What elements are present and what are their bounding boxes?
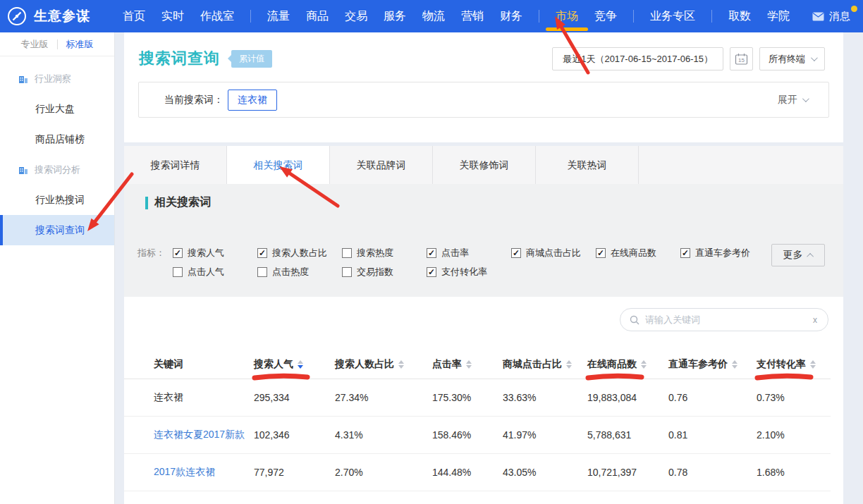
indicator-click-heat[interactable]: 点击热度 bbox=[257, 266, 342, 278]
sort-icon[interactable] bbox=[298, 360, 303, 369]
sort-icon[interactable] bbox=[398, 360, 404, 369]
column-header-mall-click-ratio[interactable]: 商城点击占比 bbox=[503, 358, 587, 371]
indicator-label: 支付转化率 bbox=[441, 266, 487, 278]
keyword-search-input[interactable] bbox=[645, 314, 812, 325]
tab-related-hot-words[interactable]: 关联热词 bbox=[536, 146, 639, 184]
nav-item-service[interactable]: 服务 bbox=[384, 0, 406, 32]
indicator-payment-conversion[interactable]: 支付转化率 bbox=[427, 266, 511, 278]
cell: 10,721,397 bbox=[587, 467, 668, 478]
chevron-up-icon bbox=[807, 252, 814, 259]
tab-related-search-words[interactable]: 相关搜索词 bbox=[227, 146, 330, 184]
indicator-ztc-reference-price[interactable]: 直通车参考价 bbox=[680, 247, 765, 259]
checkbox[interactable] bbox=[342, 248, 352, 258]
nav-divider bbox=[250, 10, 251, 23]
sort-icon[interactable] bbox=[466, 360, 472, 369]
nav-item-marketing[interactable]: 营销 bbox=[461, 0, 484, 32]
calendar-button[interactable]: 15 bbox=[730, 47, 753, 70]
nav-menu: 首页 实时 作战室 流量 商品 交易 服务 物流 营销 财务 市场 竞争 业务专… bbox=[123, 0, 806, 32]
indicator-click-rate[interactable]: 点击率 bbox=[427, 247, 511, 259]
checkbox[interactable] bbox=[427, 248, 436, 258]
sidebar-item-search-word-query[interactable]: 搜索词查询 bbox=[0, 215, 114, 245]
nav-item-market[interactable]: 市场 bbox=[556, 0, 578, 32]
indicator-mall-click-ratio[interactable]: 商城点击占比 bbox=[511, 247, 596, 259]
keyword-cell[interactable]: 连衣裙女夏2017新款 bbox=[154, 429, 254, 441]
current-keyword-tag[interactable]: 连衣裙 bbox=[228, 90, 277, 111]
sort-icon[interactable] bbox=[810, 360, 816, 369]
column-header-payment-conversion[interactable]: 支付转化率 bbox=[757, 358, 831, 371]
checkbox[interactable] bbox=[173, 248, 183, 258]
cumulative-value-badge: 累计值 bbox=[231, 50, 272, 68]
brand-name: 生意参谋 bbox=[34, 7, 90, 25]
nav-item-traffic[interactable]: 流量 bbox=[267, 0, 290, 32]
sort-icon[interactable] bbox=[566, 360, 572, 369]
tab-related-brand-words[interactable]: 关联品牌词 bbox=[330, 146, 433, 184]
nav-item-competition[interactable]: 竞争 bbox=[594, 0, 617, 32]
nav-divider bbox=[633, 10, 634, 23]
nav-item-finance[interactable]: 财务 bbox=[500, 0, 522, 32]
cell: 41.97% bbox=[503, 429, 587, 441]
brand[interactable]: 生意参谋 bbox=[7, 6, 90, 26]
buildings-icon bbox=[18, 165, 28, 175]
checkbox[interactable] bbox=[342, 267, 352, 277]
sidebar-group-label: 行业洞察 bbox=[35, 73, 71, 85]
sidebar-group-search-word-analysis[interactable]: 搜索词分析 bbox=[0, 154, 114, 185]
column-header-click-rate[interactable]: 点击率 bbox=[432, 358, 503, 371]
nav-item-realtime[interactable]: 实时 bbox=[161, 0, 184, 32]
cell: 43.05% bbox=[503, 467, 587, 478]
indicator-trade-index[interactable]: 交易指数 bbox=[342, 266, 427, 278]
indicator-search-heat[interactable]: 搜索热度 bbox=[342, 247, 427, 259]
section-heading: 相关搜索词 bbox=[145, 195, 211, 210]
nav-item-academy[interactable]: 学院 bbox=[767, 0, 790, 32]
keyword-cell: 连衣裙 bbox=[154, 391, 254, 404]
checkbox[interactable] bbox=[511, 248, 521, 258]
checkbox[interactable] bbox=[596, 248, 606, 258]
nav-item-warroom[interactable]: 作战室 bbox=[200, 0, 234, 32]
version-tab-pro[interactable]: 专业版 bbox=[21, 38, 49, 51]
nav-item-logistics[interactable]: 物流 bbox=[422, 0, 445, 32]
version-tab-standard[interactable]: 标准版 bbox=[66, 38, 94, 51]
more-button[interactable]: 更多 bbox=[771, 244, 825, 266]
sidebar-item-industry-dashboard[interactable]: 行业大盘 bbox=[0, 94, 114, 124]
checkbox[interactable] bbox=[257, 267, 267, 277]
column-header-search-popularity[interactable]: 搜索人气 bbox=[254, 358, 335, 371]
nav-item-product[interactable]: 商品 bbox=[306, 0, 329, 32]
sort-icon[interactable] bbox=[641, 360, 647, 369]
date-range-selector[interactable]: 最近1天（2017-06-15~2017-06-15） bbox=[552, 47, 723, 70]
indicator-searcher-ratio[interactable]: 搜索人数占比 bbox=[257, 247, 342, 259]
column-header-online-products[interactable]: 在线商品数 bbox=[587, 358, 668, 371]
page: { "colors": { "navbar_bg": "#2765e4", "a… bbox=[0, 0, 863, 504]
sidebar-group-label: 搜索词分析 bbox=[35, 164, 80, 176]
cell: 0.78 bbox=[668, 467, 757, 478]
checkbox[interactable] bbox=[257, 248, 267, 258]
cell: 175.30% bbox=[432, 392, 503, 403]
nav-item-home[interactable]: 首页 bbox=[123, 0, 145, 32]
messages-button[interactable]: 消息 bbox=[812, 10, 850, 23]
column-header-ztc-reference-price[interactable]: 直通车参考价 bbox=[668, 358, 757, 371]
sidebar-item-product-shop-rank[interactable]: 商品店铺榜 bbox=[0, 124, 114, 154]
column-header-searcher-ratio[interactable]: 搜索人数占比 bbox=[335, 358, 432, 371]
nav-item-data-fetch[interactable]: 取数 bbox=[728, 0, 751, 32]
sort-icon[interactable] bbox=[732, 360, 737, 369]
checkbox[interactable] bbox=[680, 248, 690, 258]
chevron-down-icon bbox=[811, 54, 818, 61]
clear-search-icon[interactable]: x bbox=[812, 315, 819, 325]
current-search-word-label: 当前搜索词： bbox=[164, 94, 224, 106]
sidebar-item-industry-hot-words[interactable]: 行业热搜词 bbox=[0, 185, 114, 215]
sidebar-group-industry-insight[interactable]: 行业洞察 bbox=[0, 63, 114, 94]
checkbox[interactable] bbox=[173, 267, 183, 277]
keyword-cell[interactable]: 2017款连衣裙 bbox=[154, 466, 254, 479]
indicator-click-popularity[interactable]: 点击人气 bbox=[173, 266, 257, 278]
terminal-filter-dropdown[interactable]: 所有终端 bbox=[759, 47, 825, 70]
column-label: 直通车参考价 bbox=[668, 358, 728, 371]
sidebar: 专业版 标准版 行业洞察 行业大盘 商品店铺榜 bbox=[0, 32, 115, 504]
nav-item-trade[interactable]: 交易 bbox=[345, 0, 367, 32]
checkbox[interactable] bbox=[427, 267, 436, 277]
cell: 2.10% bbox=[757, 429, 831, 441]
cell: 144.48% bbox=[432, 467, 503, 478]
nav-item-business-zone[interactable]: 业务专区 bbox=[650, 0, 695, 32]
indicator-online-products[interactable]: 在线商品数 bbox=[596, 247, 680, 259]
indicator-search-popularity[interactable]: 搜索人气 bbox=[173, 247, 257, 259]
tab-related-modifier-words[interactable]: 关联修饰词 bbox=[433, 146, 536, 184]
tab-search-word-detail[interactable]: 搜索词详情 bbox=[124, 146, 227, 184]
expand-toggle[interactable]: 展开 bbox=[778, 94, 807, 106]
